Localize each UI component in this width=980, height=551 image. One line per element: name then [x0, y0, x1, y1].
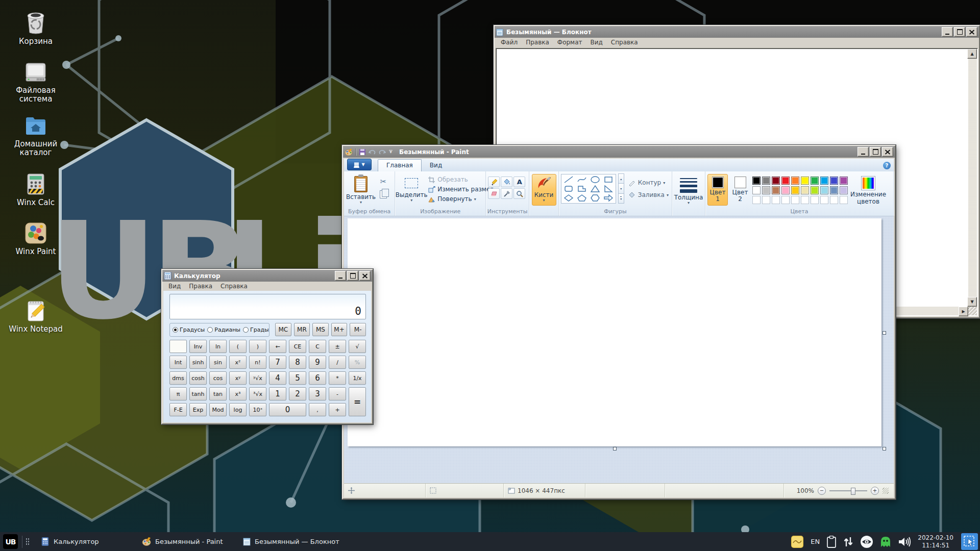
calc-key-8[interactable]: 8: [289, 356, 306, 369]
paint-file-menu-button[interactable]: ▼: [347, 159, 372, 170]
copy-button[interactable]: [378, 189, 389, 200]
eraser-tool[interactable]: [488, 188, 500, 199]
scroll-up-button[interactable]: ▲: [967, 49, 977, 59]
zoom-out-button[interactable]: −: [818, 487, 826, 495]
menu-help[interactable]: Справка: [607, 38, 642, 46]
calc-key-log[interactable]: log: [229, 403, 247, 416]
calc-key-9[interactable]: 9: [309, 356, 326, 369]
desktop-icon-trash[interactable]: Корзина: [4, 11, 67, 46]
palette-swatch-empty[interactable]: [762, 196, 770, 204]
shape-diamond-icon[interactable]: [564, 194, 574, 202]
shape-pentagon-icon[interactable]: [577, 194, 587, 202]
taskbar-item-calculator[interactable]: Калькулятор: [34, 532, 135, 551]
rotate-button[interactable]: Повернуть ▾: [428, 194, 494, 204]
paint-titlebar[interactable]: ▼ Безымянный - Paint: [343, 146, 895, 158]
calc-key-mod[interactable]: Mod: [209, 403, 227, 416]
palette-swatch[interactable]: [811, 186, 819, 194]
palette-swatch[interactable]: [791, 177, 799, 185]
palette-swatch[interactable]: [762, 177, 770, 185]
tab-home[interactable]: Главная: [378, 159, 422, 171]
menu-help[interactable]: Справка: [216, 282, 252, 290]
calc-key-sqrt[interactable]: √: [349, 340, 366, 353]
menu-edit[interactable]: Правка: [185, 282, 216, 290]
calc-key-close-paren[interactable]: ): [249, 340, 266, 353]
calc-key-c[interactable]: C: [309, 340, 326, 353]
palette-swatch[interactable]: [781, 177, 790, 185]
shape-arrow-right-icon[interactable]: [603, 194, 614, 202]
shapes-scroll-up-button[interactable]: ▴: [618, 173, 624, 184]
paint-canvas[interactable]: [348, 218, 881, 446]
shape-line-icon[interactable]: [564, 176, 574, 184]
calc-key-dms[interactable]: dms: [169, 371, 187, 385]
radio-radians[interactable]: Радианы: [207, 327, 240, 333]
calc-key-xsquared[interactable]: x²: [229, 356, 247, 369]
scroll-right-button[interactable]: ▶: [959, 307, 968, 316]
shape-right-triangle-icon[interactable]: [603, 185, 614, 193]
calc-key-factorial[interactable]: n!: [249, 356, 266, 369]
palette-swatch-empty[interactable]: [772, 196, 780, 204]
undo-icon[interactable]: [369, 149, 376, 155]
calc-key-ms[interactable]: MS: [312, 323, 329, 336]
magnifier-tool[interactable]: [513, 188, 525, 199]
calc-key-reciprocal[interactable]: 1/x: [349, 371, 366, 385]
scroll-down-button[interactable]: ▼: [967, 297, 977, 307]
palette-swatch[interactable]: [830, 186, 838, 194]
calc-key-sin[interactable]: sin: [209, 356, 227, 369]
network-traffic-icon[interactable]: [843, 536, 853, 547]
calc-key-3[interactable]: 3: [309, 387, 326, 400]
zoom-in-button[interactable]: +: [871, 487, 879, 495]
palette-swatch[interactable]: [752, 177, 761, 185]
calc-key-cos[interactable]: cos: [209, 371, 227, 385]
palette-swatch-empty[interactable]: [811, 196, 819, 204]
palette-swatch[interactable]: [820, 177, 828, 185]
calc-key-ce[interactable]: CE: [289, 340, 306, 353]
calc-key-int[interactable]: Int: [169, 356, 187, 369]
shape-rounded-rectangle-icon[interactable]: [564, 185, 574, 193]
calculator-titlebar[interactable]: Калькулятор: [162, 270, 372, 282]
calc-key-equals[interactable]: =: [349, 387, 366, 416]
desktop-icon-winx-paint[interactable]: Winx Paint: [4, 221, 67, 256]
palette-swatch-empty[interactable]: [781, 196, 790, 204]
shape-hexagon-icon[interactable]: [590, 194, 600, 202]
palette-swatch-empty[interactable]: [820, 196, 828, 204]
palette-swatch[interactable]: [840, 186, 848, 194]
calc-key-cbrt[interactable]: ³√x: [249, 387, 266, 400]
shapes-more-button[interactable]: ▾: [618, 193, 624, 204]
color1-button[interactable]: Цвет 1: [707, 174, 728, 206]
notepad-close-button[interactable]: [966, 27, 977, 37]
brushes-button[interactable]: Кисти ▾: [532, 174, 556, 206]
calc-key-open-paren[interactable]: (: [229, 340, 247, 353]
shape-curve-icon[interactable]: [577, 176, 587, 184]
calc-key-divide[interactable]: /: [329, 356, 346, 369]
pencil-tool[interactable]: [488, 177, 500, 187]
radio-grads[interactable]: Грады: [243, 327, 269, 333]
calc-key-1[interactable]: 1: [269, 387, 286, 400]
palette-swatch[interactable]: [791, 186, 799, 194]
canvas-resize-handle-corner[interactable]: [883, 447, 886, 450]
calc-key-tanh[interactable]: tanh: [189, 387, 207, 400]
calc-key-mplus[interactable]: M+: [331, 323, 348, 336]
paint-close-button[interactable]: [882, 147, 893, 157]
calc-key-minus[interactable]: -: [329, 387, 346, 400]
calc-key-ln[interactable]: ln: [209, 340, 227, 353]
palette-swatch[interactable]: [830, 177, 838, 185]
calc-key-0[interactable]: 0: [269, 403, 306, 416]
calc-key-xcubed[interactable]: x³: [229, 387, 247, 400]
resize-button[interactable]: Изменить размер: [428, 185, 494, 194]
calc-key-7[interactable]: 7: [269, 356, 286, 369]
window-resize-grip[interactable]: [883, 488, 889, 494]
calc-key-10powx[interactable]: 10ˣ: [249, 403, 266, 416]
taskbar-item-notepad[interactable]: Безымянный — Блокнот: [236, 532, 347, 551]
ghost-icon[interactable]: [880, 536, 891, 548]
outline-button[interactable]: Контур ▾: [628, 178, 669, 187]
shape-polygon-icon[interactable]: [577, 185, 587, 193]
palette-swatch-empty[interactable]: [752, 196, 761, 204]
paint-minimize-button[interactable]: [857, 147, 869, 157]
calc-key-4[interactable]: 4: [269, 371, 286, 385]
tray-app-icon[interactable]: [791, 535, 804, 548]
zoom-slider-thumb[interactable]: [851, 488, 855, 495]
clock[interactable]: 2022-02-10 11:14:51: [918, 534, 953, 549]
palette-swatch[interactable]: [752, 186, 761, 194]
color2-button[interactable]: Цвет 2: [730, 174, 750, 206]
calc-key[interactable]: [169, 340, 187, 353]
